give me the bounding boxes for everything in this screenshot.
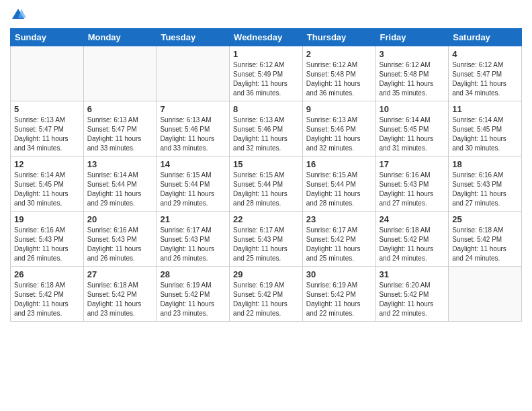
day-info: Sunrise: 6:13 AMSunset: 5:46 PMDaylight:…	[306, 116, 372, 153]
calendar-cell: 26Sunrise: 6:18 AMSunset: 5:42 PMDayligh…	[11, 267, 84, 322]
day-header-wednesday: Wednesday	[230, 29, 303, 46]
calendar-cell: 20Sunrise: 6:16 AMSunset: 5:43 PMDayligh…	[83, 212, 157, 267]
calendar-cell: 15Sunrise: 6:15 AMSunset: 5:44 PMDayligh…	[230, 156, 303, 212]
calendar-cell: 1Sunrise: 6:12 AMSunset: 5:49 PMDaylight…	[230, 46, 303, 101]
day-header-friday: Friday	[375, 29, 449, 46]
calendar-cell: 30Sunrise: 6:19 AMSunset: 5:42 PMDayligh…	[302, 267, 375, 322]
week-row-2: 12Sunrise: 6:14 AMSunset: 5:45 PMDayligh…	[11, 156, 522, 212]
day-info: Sunrise: 6:12 AMSunset: 5:47 PMDaylight:…	[452, 60, 518, 98]
calendar-cell: 17Sunrise: 6:16 AMSunset: 5:43 PMDayligh…	[375, 156, 449, 212]
calendar-cell: 25Sunrise: 6:18 AMSunset: 5:42 PMDayligh…	[449, 212, 522, 267]
page: SundayMondayTuesdayWednesdayThursdayFrid…	[0, 0, 532, 411]
day-info: Sunrise: 6:19 AMSunset: 5:42 PMDaylight:…	[306, 281, 372, 318]
day-info: Sunrise: 6:20 AMSunset: 5:42 PMDaylight:…	[380, 281, 445, 318]
day-info: Sunrise: 6:16 AMSunset: 5:43 PMDaylight:…	[452, 171, 518, 208]
calendar-cell	[83, 46, 157, 101]
calendar-cell: 16Sunrise: 6:15 AMSunset: 5:44 PMDayligh…	[302, 156, 375, 212]
day-number: 20	[87, 214, 153, 224]
header	[10, 7, 522, 23]
calendar-cell: 14Sunrise: 6:15 AMSunset: 5:44 PMDayligh…	[157, 156, 230, 212]
day-number: 25	[452, 214, 518, 224]
calendar-cell: 27Sunrise: 6:18 AMSunset: 5:42 PMDayligh…	[83, 267, 157, 322]
day-number: 14	[160, 159, 226, 169]
days-header-row: SundayMondayTuesdayWednesdayThursdayFrid…	[11, 29, 522, 46]
day-number: 23	[306, 214, 372, 224]
calendar-cell: 28Sunrise: 6:19 AMSunset: 5:42 PMDayligh…	[157, 267, 230, 322]
calendar-cell: 12Sunrise: 6:14 AMSunset: 5:45 PMDayligh…	[11, 156, 84, 212]
day-number: 17	[380, 159, 445, 169]
day-number: 11	[452, 104, 518, 114]
day-info: Sunrise: 6:17 AMSunset: 5:43 PMDaylight:…	[233, 226, 299, 263]
day-info: Sunrise: 6:12 AMSunset: 5:49 PMDaylight:…	[233, 60, 299, 98]
day-header-sunday: Sunday	[11, 29, 84, 46]
calendar-cell	[157, 46, 230, 101]
day-number: 16	[306, 159, 372, 169]
logo-icon	[10, 7, 26, 23]
day-info: Sunrise: 6:19 AMSunset: 5:42 PMDaylight:…	[233, 281, 299, 318]
calendar-cell: 2Sunrise: 6:12 AMSunset: 5:48 PMDaylight…	[302, 46, 375, 101]
day-info: Sunrise: 6:13 AMSunset: 5:46 PMDaylight:…	[233, 116, 299, 153]
calendar-cell: 10Sunrise: 6:14 AMSunset: 5:45 PMDayligh…	[375, 101, 449, 156]
week-row-0: 1Sunrise: 6:12 AMSunset: 5:49 PMDaylight…	[11, 46, 522, 101]
day-info: Sunrise: 6:19 AMSunset: 5:42 PMDaylight:…	[160, 281, 226, 318]
day-info: Sunrise: 6:18 AMSunset: 5:42 PMDaylight:…	[452, 226, 518, 263]
day-number: 18	[452, 159, 518, 169]
day-info: Sunrise: 6:14 AMSunset: 5:45 PMDaylight:…	[14, 171, 80, 208]
day-number: 19	[14, 214, 80, 224]
calendar-cell: 13Sunrise: 6:14 AMSunset: 5:44 PMDayligh…	[83, 156, 157, 212]
day-info: Sunrise: 6:14 AMSunset: 5:45 PMDaylight:…	[452, 116, 518, 153]
day-number: 1	[233, 49, 299, 59]
day-header-tuesday: Tuesday	[157, 29, 230, 46]
day-number: 12	[14, 159, 80, 169]
calendar-cell: 23Sunrise: 6:17 AMSunset: 5:42 PMDayligh…	[302, 212, 375, 267]
calendar-cell: 11Sunrise: 6:14 AMSunset: 5:45 PMDayligh…	[449, 101, 522, 156]
day-info: Sunrise: 6:13 AMSunset: 5:47 PMDaylight:…	[87, 116, 153, 153]
day-info: Sunrise: 6:16 AMSunset: 5:43 PMDaylight:…	[14, 226, 80, 263]
day-number: 29	[233, 269, 299, 279]
day-info: Sunrise: 6:15 AMSunset: 5:44 PMDaylight:…	[306, 171, 372, 208]
calendar-cell: 18Sunrise: 6:16 AMSunset: 5:43 PMDayligh…	[449, 156, 522, 212]
calendar-cell: 9Sunrise: 6:13 AMSunset: 5:46 PMDaylight…	[302, 101, 375, 156]
day-info: Sunrise: 6:12 AMSunset: 5:48 PMDaylight:…	[306, 60, 372, 98]
day-info: Sunrise: 6:17 AMSunset: 5:43 PMDaylight:…	[160, 226, 226, 263]
calendar-cell: 8Sunrise: 6:13 AMSunset: 5:46 PMDaylight…	[230, 101, 303, 156]
day-info: Sunrise: 6:15 AMSunset: 5:44 PMDaylight:…	[233, 171, 299, 208]
week-row-1: 5Sunrise: 6:13 AMSunset: 5:47 PMDaylight…	[11, 101, 522, 156]
day-info: Sunrise: 6:15 AMSunset: 5:44 PMDaylight:…	[160, 171, 226, 208]
day-info: Sunrise: 6:13 AMSunset: 5:47 PMDaylight:…	[14, 116, 80, 153]
calendar-cell: 21Sunrise: 6:17 AMSunset: 5:43 PMDayligh…	[157, 212, 230, 267]
day-info: Sunrise: 6:16 AMSunset: 5:43 PMDaylight:…	[87, 226, 153, 263]
calendar-cell: 31Sunrise: 6:20 AMSunset: 5:42 PMDayligh…	[375, 267, 449, 322]
day-info: Sunrise: 6:13 AMSunset: 5:46 PMDaylight:…	[160, 116, 226, 153]
day-header-thursday: Thursday	[302, 29, 375, 46]
day-number: 4	[452, 49, 518, 59]
calendar-cell: 3Sunrise: 6:12 AMSunset: 5:48 PMDaylight…	[375, 46, 449, 101]
day-number: 21	[160, 214, 226, 224]
day-number: 10	[380, 104, 445, 114]
day-info: Sunrise: 6:16 AMSunset: 5:43 PMDaylight:…	[380, 171, 445, 208]
calendar-cell	[11, 46, 84, 101]
day-number: 9	[306, 104, 372, 114]
week-row-3: 19Sunrise: 6:16 AMSunset: 5:43 PMDayligh…	[11, 212, 522, 267]
logo	[10, 7, 29, 23]
day-info: Sunrise: 6:12 AMSunset: 5:48 PMDaylight:…	[380, 60, 445, 98]
day-number: 28	[160, 269, 226, 279]
day-number: 6	[87, 104, 153, 114]
day-number: 8	[233, 104, 299, 114]
day-header-monday: Monday	[83, 29, 157, 46]
day-number: 7	[160, 104, 226, 114]
day-number: 30	[306, 269, 372, 279]
day-number: 13	[87, 159, 153, 169]
day-info: Sunrise: 6:18 AMSunset: 5:42 PMDaylight:…	[14, 281, 80, 318]
day-number: 27	[87, 269, 153, 279]
day-number: 26	[14, 269, 80, 279]
day-number: 5	[14, 104, 80, 114]
day-number: 2	[306, 49, 372, 59]
week-row-4: 26Sunrise: 6:18 AMSunset: 5:42 PMDayligh…	[11, 267, 522, 322]
calendar-cell: 22Sunrise: 6:17 AMSunset: 5:43 PMDayligh…	[230, 212, 303, 267]
calendar-cell: 24Sunrise: 6:18 AMSunset: 5:42 PMDayligh…	[375, 212, 449, 267]
calendar-cell	[449, 267, 522, 322]
day-info: Sunrise: 6:17 AMSunset: 5:42 PMDaylight:…	[306, 226, 372, 263]
calendar-cell: 29Sunrise: 6:19 AMSunset: 5:42 PMDayligh…	[230, 267, 303, 322]
day-info: Sunrise: 6:14 AMSunset: 5:45 PMDaylight:…	[380, 116, 445, 153]
